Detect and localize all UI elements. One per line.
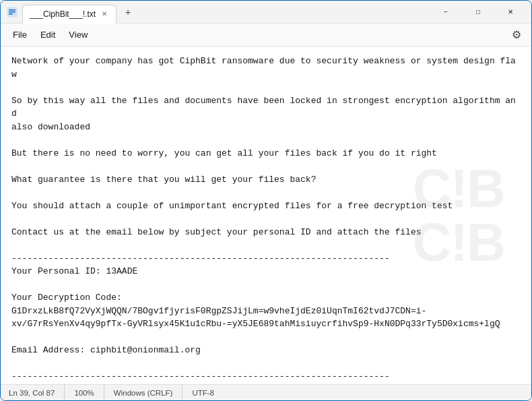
maximize-button[interactable]: □: [463, 1, 494, 23]
text-content-area[interactable]: C!BC!B Network of your company has got C…: [1, 47, 531, 384]
settings-button[interactable]: ⚙: [507, 26, 526, 44]
svg-rect-1: [9, 9, 15, 11]
status-bar: Ln 39, Col 87 100% Windows (CRLF) UTF-8: [1, 384, 531, 400]
menu-bar: File Edit View ⚙: [1, 24, 531, 47]
ransom-note-text: Network of your company has got CiphBit …: [11, 55, 521, 384]
line-ending: Windows (CRLF): [104, 385, 183, 400]
minimize-button[interactable]: −: [430, 1, 461, 23]
cursor-position: Ln 39, Col 87: [9, 385, 65, 400]
tab-close-button[interactable]: ✕: [100, 9, 109, 19]
encoding: UTF-8: [182, 385, 224, 400]
main-window: ___CiphBit___!.txt ✕ + − □ ✕ File Edit V…: [0, 0, 532, 401]
menu-edit[interactable]: Edit: [34, 27, 62, 42]
title-bar: ___CiphBit___!.txt ✕ + − □ ✕: [1, 1, 531, 24]
tab-area: ___CiphBit___!.txt ✕ +: [22, 1, 430, 23]
menu-file[interactable]: File: [6, 27, 34, 42]
svg-rect-2: [9, 11, 15, 13]
active-tab[interactable]: ___CiphBit___!.txt ✕: [22, 5, 117, 24]
zoom-level: 100%: [65, 385, 104, 400]
tab-title: ___CiphBit___!.txt: [30, 9, 96, 19]
menu-bar-right: ⚙: [507, 26, 526, 44]
close-button[interactable]: ✕: [495, 1, 526, 23]
window-controls: − □ ✕: [430, 1, 526, 23]
svg-rect-3: [9, 13, 13, 15]
new-tab-button[interactable]: +: [119, 3, 137, 21]
menu-view[interactable]: View: [62, 27, 94, 42]
app-icon: [6, 6, 18, 18]
